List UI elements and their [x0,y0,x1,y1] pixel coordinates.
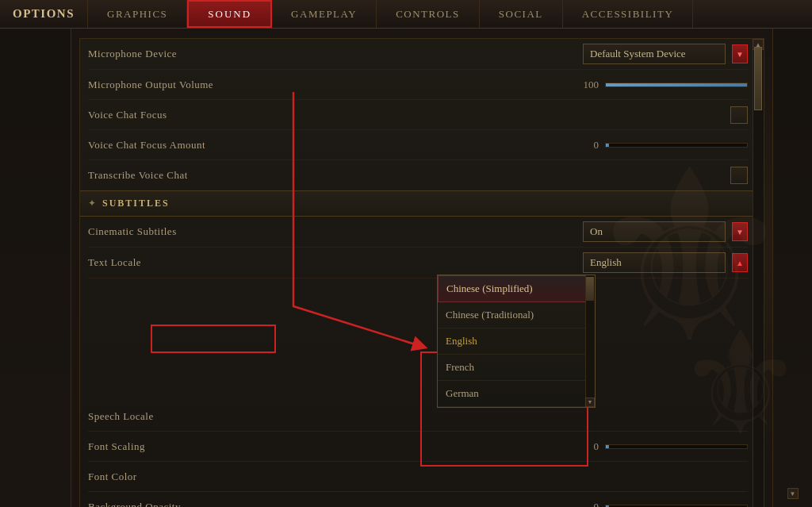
nav-gameplay-label: GAMEPLAY [291,8,357,21]
microphone-volume-control: 100 [579,79,748,91]
dropdown-item-chinese-simplified[interactable]: Chinese (Simplified) [438,275,595,302]
transcribe-voice-chat-control [730,167,748,184]
microphone-device-dropdown[interactable]: Default System Device [583,44,726,64]
cinematic-subtitles-control: On ▼ [583,221,748,242]
microphone-device-row: Microphone Device Default System Device … [88,39,748,70]
cinematic-subtitles-dropdown[interactable]: On [583,221,726,242]
font-scaling-row: Font Scaling 0 [88,432,748,462]
left-panel [0,29,71,507]
text-locale-row: Text Locale English ▲ Chinese (Simplifie… [88,248,748,278]
navigation-bar: OPTIONS GRAPHICS SOUND GAMEPLAY CONTROLS… [0,0,812,29]
transcribe-voice-chat-label: Transcribe Voice Chat [88,169,730,182]
right-panel-scroll-arrow[interactable]: ▼ [787,488,799,499]
microphone-device-label: Microphone Device [88,48,583,60]
font-scaling-value: 0 [579,440,599,453]
cinematic-subtitles-value: On [590,225,603,238]
transcribe-voice-chat-checkbox[interactable] [730,167,748,184]
background-opacity-control: 0 [579,501,748,508]
right-panel: ▼ [772,29,812,507]
font-scaling-label: Font Scaling [88,440,579,453]
font-color-label: Font Color [88,471,748,483]
nav-item-social[interactable]: SOCIAL [480,0,563,28]
dropdown-scrollbar[interactable]: ▼ [585,275,595,407]
microphone-device-control: Default System Device ▼ [583,44,748,64]
nav-item-graphics[interactable]: GRAPHICS [88,0,187,28]
dropdown-scroll-arrow-down[interactable]: ▼ [585,398,595,407]
nav-item-accessibility[interactable]: ACCESSIBILITY [563,0,694,28]
dropdown-item-french[interactable]: French [438,355,595,381]
voice-chat-focus-amount-slider[interactable] [605,143,748,148]
font-scaling-slider[interactable] [605,444,748,449]
microphone-volume-row: Microphone Output Volume 100 [88,70,748,100]
background-opacity-row: Background Opacity 0 [88,492,748,507]
voice-chat-focus-control [730,106,748,124]
nav-accessibility-label: ACCESSIBILITY [582,8,674,21]
speech-locale-label: Speech Locale [88,410,748,423]
dropdown-item-german[interactable]: German [438,381,595,407]
main-area: ▲ ▼ Microphone Device Default System Dev… [0,29,812,507]
nav-item-gameplay[interactable]: GAMEPLAY [272,0,377,28]
voice-chat-focus-amount-fill [606,144,609,147]
nav-item-controls[interactable]: CONTROLS [377,0,480,28]
nav-social-label: SOCIAL [499,8,543,21]
voice-chat-focus-amount-row: Voice Chat Focus Amount 0 [88,130,748,160]
text-locale-dropdown-menu: Chinese (Simplified) Chinese (Traditiona… [437,275,596,408]
scrollbar-thumb[interactable] [754,47,762,110]
voice-chat-focus-amount-label: Voice Chat Focus Amount [88,139,579,152]
subtitles-section-header: ✦ SUBTITLES [80,190,764,217]
nav-graphics-label: GRAPHICS [107,8,167,21]
settings-panel: ▲ ▼ Microphone Device Default System Dev… [79,38,764,507]
subtitles-content: Cinematic Subtitles On ▼ Text Locale Eng… [80,217,764,507]
microphone-volume-slider[interactable] [605,83,748,87]
speech-locale-row: Speech Locale [88,401,748,432]
subtitles-icon: ✦ [88,198,96,209]
background-opacity-slider[interactable] [605,505,748,508]
nav-options-label: OPTIONS [13,7,75,21]
font-color-row: Font Color [88,462,748,492]
nav-item-options[interactable]: OPTIONS [0,0,88,28]
cinematic-subtitles-arrow[interactable]: ▼ [732,222,748,241]
microphone-device-value: Default System Device [590,48,686,60]
dropdown-item-english[interactable]: English [438,328,595,355]
font-scaling-control: 0 [579,440,748,453]
voice-chat-focus-amount-control: 0 [579,139,748,152]
nav-controls-label: CONTROLS [396,8,460,21]
dropdown-scrollbar-thumb[interactable] [586,277,594,301]
background-opacity-value: 0 [579,501,599,508]
voice-chat-focus-row: Voice Chat Focus [88,100,748,130]
scrollbar-track[interactable]: ▲ ▼ [753,39,764,507]
microphone-device-arrow[interactable]: ▼ [732,44,748,63]
text-locale-arrow[interactable]: ▲ [732,253,748,272]
text-locale-value: English [590,256,622,269]
nav-sound-label: SOUND [208,8,251,21]
subtitles-section-title: SUBTITLES [102,198,170,209]
microphone-volume-value: 100 [579,79,599,91]
text-locale-dropdown[interactable]: English [583,252,726,273]
settings-content: Microphone Device Default System Device … [80,39,764,190]
cinematic-subtitles-row: Cinematic Subtitles On ▼ [88,217,748,248]
voice-chat-focus-checkbox[interactable] [730,106,748,124]
text-locale-control: English ▲ [583,252,748,273]
dropdown-item-chinese-traditional[interactable]: Chinese (Traditional) [438,302,595,328]
center-content: ▲ ▼ Microphone Device Default System Dev… [71,29,772,507]
nav-item-sound[interactable]: SOUND [187,0,272,28]
microphone-volume-label: Microphone Output Volume [88,79,579,91]
voice-chat-focus-amount-value: 0 [579,139,599,152]
cinematic-subtitles-label: Cinematic Subtitles [88,225,583,238]
background-opacity-label: Background Opacity [88,501,579,508]
text-locale-label: Text Locale [88,256,583,269]
voice-chat-focus-label: Voice Chat Focus [88,109,730,121]
transcribe-voice-chat-row: Transcribe Voice Chat [88,160,748,190]
font-scaling-fill [606,445,609,448]
microphone-volume-fill [606,83,747,86]
